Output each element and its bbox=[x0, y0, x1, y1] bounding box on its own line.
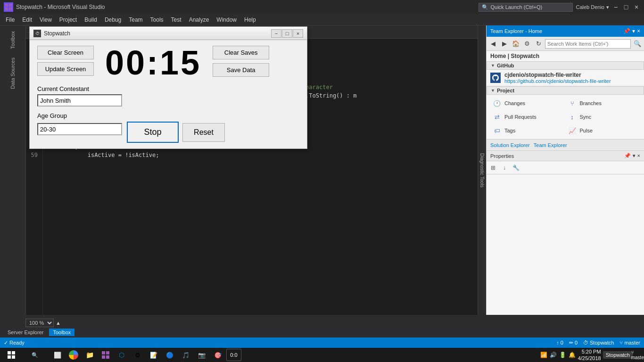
panel-close-btn[interactable]: × bbox=[637, 28, 640, 34]
taskbar-app10[interactable]: 🎵 bbox=[178, 349, 193, 361]
branch-status: ⑂ master bbox=[619, 340, 640, 346]
taskbar-taskview[interactable]: ⬜ bbox=[50, 349, 65, 361]
taskbar-app7[interactable]: ⚙ bbox=[130, 349, 145, 361]
github-section-header[interactable]: ▼ GitHub bbox=[487, 61, 644, 70]
server-explorer-tab[interactable]: Server Explorer bbox=[4, 329, 47, 336]
nav-back-btn[interactable]: ◀ bbox=[488, 39, 498, 49]
svg-rect-7 bbox=[12, 355, 15, 359]
menu-window[interactable]: Window bbox=[213, 16, 240, 24]
taskbar-clock-app[interactable]: 0:0 bbox=[226, 349, 241, 361]
dialog-maximize-btn[interactable]: □ bbox=[282, 29, 292, 38]
menu-view[interactable]: View bbox=[36, 16, 56, 24]
clock-time: 5:20 PM bbox=[578, 348, 601, 355]
prop-grid-btn[interactable]: ⊞ bbox=[488, 163, 498, 173]
prop-dropdown-icon[interactable]: ▾ bbox=[633, 153, 636, 159]
work-items-search[interactable] bbox=[545, 39, 631, 49]
menu-analyze[interactable]: Analyze bbox=[185, 16, 213, 24]
taskbar-clock[interactable]: 5:20 PM 4/25/2018 bbox=[578, 348, 601, 362]
taskbar-app8[interactable]: 📝 bbox=[146, 349, 161, 361]
stopwatch-taskbar-label[interactable]: Stopwatch bbox=[603, 351, 633, 359]
clear-saves-button[interactable]: Clear Saves bbox=[213, 46, 269, 59]
menu-edit[interactable]: Edit bbox=[18, 16, 36, 24]
toolbox-tab[interactable]: Toolbox bbox=[8, 27, 17, 53]
minimize-button[interactable]: − bbox=[612, 3, 619, 11]
panel-home-label: Home | Stopwatch bbox=[487, 51, 644, 61]
menu-tools[interactable]: Tools bbox=[147, 16, 167, 24]
prop-wrench-btn[interactable]: 🔧 bbox=[511, 163, 520, 173]
menu-build[interactable]: Build bbox=[81, 16, 101, 24]
prop-pin-icon[interactable]: 📌 bbox=[624, 153, 631, 159]
branches-item[interactable]: ⑂ Branches bbox=[566, 97, 641, 110]
taskbar-explorer[interactable]: 📁 bbox=[82, 349, 97, 361]
panel-pin-btn[interactable]: 📌 bbox=[623, 28, 630, 34]
reset-button[interactable]: Reset bbox=[182, 123, 225, 142]
clear-screen-button[interactable]: Clear Screen bbox=[37, 46, 94, 59]
pull-requests-item[interactable]: ⇄ Pull Requests bbox=[490, 110, 565, 123]
network-icon[interactable]: 📶 bbox=[540, 351, 548, 359]
branch-icon: ⑂ bbox=[619, 340, 623, 346]
taskbar-vscode[interactable]: ⬡ bbox=[114, 349, 129, 361]
speaker-icon[interactable]: 🔊 bbox=[550, 351, 557, 359]
menu-bar: File Edit View Project Build Debug Team … bbox=[0, 14, 644, 25]
menu-team[interactable]: Team bbox=[125, 16, 146, 24]
taskbar-vs[interactable] bbox=[98, 349, 113, 361]
taskbar-app9[interactable]: 🔵 bbox=[162, 349, 177, 361]
taskbar-app12[interactable]: 🎯 bbox=[210, 349, 225, 361]
close-button[interactable]: × bbox=[633, 3, 640, 11]
save-data-button[interactable]: Save Data bbox=[213, 63, 269, 77]
solution-explorer-link[interactable]: Solution Explorer bbox=[490, 142, 530, 148]
edit-count: ✏ 0 bbox=[569, 340, 578, 346]
age-group-input[interactable] bbox=[37, 123, 122, 135]
maximize-button[interactable]: □ bbox=[622, 3, 630, 11]
team-explorer-link[interactable]: Team Explorer bbox=[534, 142, 567, 148]
zoom-select[interactable]: 100 % bbox=[25, 319, 54, 327]
stop-button[interactable]: Stop bbox=[127, 122, 179, 143]
contestant-input[interactable] bbox=[37, 94, 122, 107]
branches-label: Branches bbox=[580, 100, 602, 106]
menu-help[interactable]: Help bbox=[240, 16, 260, 24]
quick-launch-box[interactable]: 🔍 Quick Launch (Ctrl+Q) bbox=[479, 3, 573, 12]
nav-forward-btn[interactable]: ▶ bbox=[500, 39, 509, 49]
tags-item[interactable]: 🏷 Tags bbox=[490, 124, 565, 137]
data-sources-tab[interactable]: Data Sources bbox=[8, 54, 17, 93]
menu-project[interactable]: Project bbox=[56, 16, 81, 24]
repo-url[interactable]: https://github.com/cjdenio/stopwatch-fil… bbox=[504, 78, 640, 84]
prop-close-icon[interactable]: × bbox=[637, 153, 640, 159]
taskbar-search[interactable]: 🔍 bbox=[21, 349, 49, 361]
changes-item[interactable]: 🕐 Changes bbox=[490, 97, 565, 110]
update-screen-button[interactable]: Update Screen bbox=[37, 62, 94, 76]
taskbar-app11[interactable]: 📷 bbox=[194, 349, 209, 361]
nav-settings-btn[interactable]: ⚙ bbox=[522, 39, 532, 49]
repo-info: cjdenio/stopwatch-file-writer https://gi… bbox=[504, 72, 640, 84]
taskbar: 🔍 ⬜ 📁 ⬡ ⚙ 📝 🔵 bbox=[0, 348, 644, 362]
master-branch-icon[interactable]: ⑂ master bbox=[635, 351, 642, 359]
team-explorer-titlebar: Team Explorer - Home 📌 ▾ × bbox=[487, 25, 644, 37]
start-button[interactable] bbox=[2, 349, 21, 361]
project-section-header[interactable]: ▼ Project bbox=[487, 86, 644, 95]
menu-test[interactable]: Test bbox=[167, 16, 185, 24]
stopwatch-project-name: Stopwatch bbox=[511, 53, 539, 59]
stopwatch-icon: ⏱ bbox=[583, 340, 588, 346]
diagnostic-tools-sidebar[interactable]: Diagnostic Tools bbox=[478, 25, 486, 315]
nav-home-btn[interactable]: 🏠 bbox=[511, 39, 520, 49]
dialog-minimize-btn[interactable]: − bbox=[271, 29, 281, 38]
menu-file[interactable]: File bbox=[2, 16, 18, 24]
properties-toolbar: ⊞ ↓ 🔧 bbox=[487, 161, 644, 174]
panel-dropdown-btn[interactable]: ▾ bbox=[632, 28, 635, 34]
repo-name: cjdenio/stopwatch-file-writer bbox=[504, 72, 640, 78]
dialog-close-btn[interactable]: × bbox=[293, 29, 303, 38]
pulse-label: Pulse bbox=[580, 128, 593, 133]
pencil-icon: ✏ bbox=[569, 340, 573, 346]
taskbar-chrome[interactable] bbox=[66, 349, 81, 361]
pulse-item[interactable]: 📈 Pulse bbox=[566, 124, 641, 137]
nav-refresh-btn[interactable]: ↻ bbox=[534, 39, 543, 49]
search-btn[interactable]: 🔍 bbox=[633, 39, 642, 49]
zoom-expand-icon[interactable]: ▲ bbox=[56, 320, 61, 326]
toolbox-tab[interactable]: Toolbox bbox=[49, 329, 74, 336]
status-bar: ✓ Ready ↑ 0 ✏ 0 ⏱ Stopwatch ⑂ master bbox=[0, 337, 644, 348]
battery-icon[interactable]: 🔋 bbox=[559, 351, 567, 359]
prop-sort-btn[interactable]: ↓ bbox=[500, 163, 509, 173]
menu-debug[interactable]: Debug bbox=[101, 16, 125, 24]
notification-icon[interactable]: 🔔 bbox=[569, 351, 576, 359]
sync-item[interactable]: ↕ Sync bbox=[566, 110, 641, 123]
